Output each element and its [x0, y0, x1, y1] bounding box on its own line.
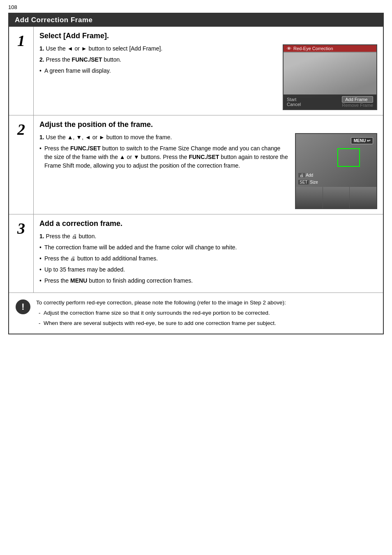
step-1-camera-ui: 👁 Red-Eye Correction Start Cancel: [283, 44, 377, 110]
step-3-number: 3: [9, 214, 34, 292]
step-3-instruction-1: 1. Press the 🖨 button.: [39, 232, 377, 241]
left-labels: Start Cancel: [287, 97, 301, 107]
add-label: 🖨 Add: [298, 172, 318, 179]
page-number: 108: [8, 4, 384, 10]
step-1-row: 1 Select [Add Frame]. 1. Use the ◄ or ► …: [9, 27, 383, 115]
bottom-controls: Start Cancel Add Frame Remove Frame: [284, 94, 376, 109]
overlay-labels: 🖨 Add SET Size: [298, 172, 318, 186]
step-1-header: Select [Add Frame].: [39, 32, 377, 40]
note-icon: !: [16, 299, 30, 314]
main-box: Add Correction Frame 1 Select [Add Frame…: [8, 13, 384, 334]
eye-icon: 👁: [287, 46, 291, 51]
set-label: SET Size: [298, 179, 318, 186]
step-1-body: 1. Use the ◄ or ► button to select [Add …: [39, 44, 377, 110]
thumb-1: [296, 187, 323, 208]
print-symbol-2: 🖨: [70, 255, 76, 263]
step-2-row: 2 Adjust the position of the frame. 1. U…: [9, 115, 383, 214]
note-text: To correctly perform red-eye correction,…: [36, 299, 376, 328]
step-2-number: 2: [9, 115, 34, 214]
face-area: [284, 53, 376, 98]
step-2-camera-ui: MENU ↩ 🖨 Add SET Size: [295, 133, 377, 209]
step-2-header: Adjust the position of the frame.: [39, 120, 377, 129]
page: 108 Add Correction Frame 1 Select [Add F…: [0, 0, 392, 343]
red-eye-correction-bar: 👁 Red-Eye Correction: [284, 45, 376, 52]
step-2-bullet-1: Press the FUNC./SET button to switch to …: [39, 144, 289, 170]
step-3-bullet-3: Up to 35 frames may be added.: [39, 265, 377, 274]
step-3-bullet-2: Press the 🖨 button to add additional fra…: [39, 254, 377, 263]
right-labels: Add Frame Remove Frame: [342, 96, 373, 108]
note-dash-1: Adjust the correction frame size so that…: [36, 309, 376, 318]
green-frame: [337, 148, 360, 167]
menu-tag: MENU ↩: [351, 137, 373, 144]
section-title: Add Correction Frame: [9, 14, 383, 27]
thumb-2: [323, 187, 350, 208]
step-2-content: Adjust the position of the frame. 1. Use…: [34, 115, 383, 214]
step-3-content: Add a correction frame. 1. Press the 🖨 b…: [34, 214, 383, 292]
note-dash-2: When there are several subjects with red…: [36, 319, 376, 328]
print-symbol-1: 🖨: [72, 233, 77, 241]
step-1-instruction-2: 2. Press the FUNC./SET button.: [39, 55, 277, 64]
note-box: ! To correctly perform red-eye correctio…: [9, 292, 383, 334]
step-1-content: Select [Add Frame]. 1. Use the ◄ or ► bu…: [34, 27, 383, 115]
step-1-instruction-1: 1. Use the ◄ or ► button to select [Add …: [39, 44, 277, 53]
step-3-row: 3 Add a correction frame. 1. Press the 🖨…: [9, 214, 383, 292]
step-3-bullet-4: Press the MENU button to finish adding c…: [39, 276, 377, 285]
step-1-bullet-1: A green frame will display.: [39, 67, 277, 75]
thumb-strip: [296, 187, 376, 208]
thumb-3: [350, 187, 376, 208]
step-1-text: 1. Use the ◄ or ► button to select [Add …: [39, 44, 277, 78]
step-2-text: 1. Use the ▲, ▼, ◄ or ► button to move t…: [39, 133, 289, 173]
step-2-body: 1. Use the ▲, ▼, ◄ or ► button to move t…: [39, 133, 377, 209]
step-1-number: 1: [9, 27, 34, 115]
step-2-image: MENU ↩ 🖨 Add SET Size: [295, 133, 377, 209]
step-2-instruction-1: 1. Use the ▲, ▼, ◄ or ► button to move t…: [39, 133, 289, 142]
step-3-header: Add a correction frame.: [39, 219, 377, 228]
step-3-text: 1. Press the 🖨 button. The correction fr…: [39, 232, 377, 285]
step-1-image: 👁 Red-Eye Correction Start Cancel: [283, 44, 377, 110]
step-3-bullet-1: The correction frame will be added and t…: [39, 243, 377, 252]
